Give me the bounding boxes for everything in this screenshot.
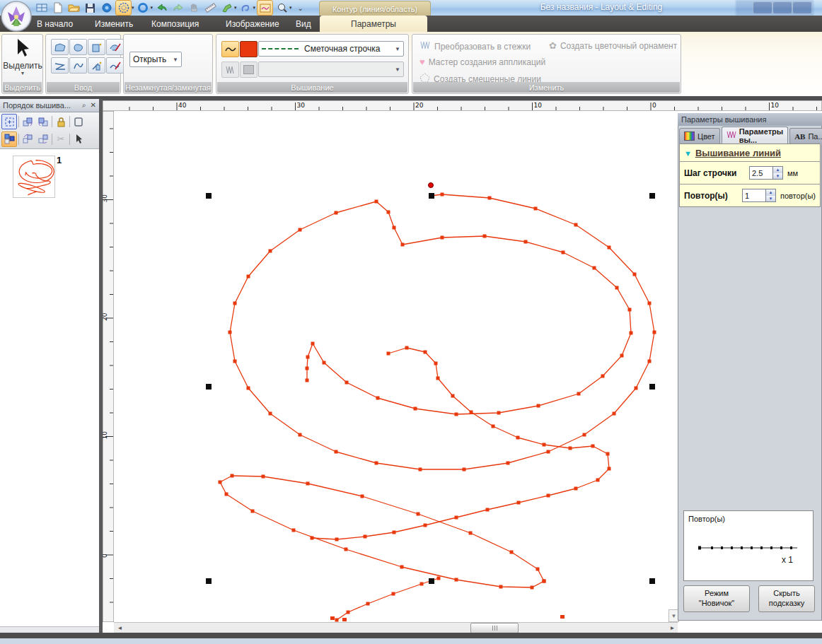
scroll-left-icon[interactable]: ◄	[115, 623, 125, 632]
window-close-button[interactable]	[792, 1, 812, 14]
convert-to-stitches-item[interactable]: Преобразовать в стежки	[419, 40, 531, 52]
closed-polygon-tool[interactable]	[51, 39, 69, 55]
tab-home[interactable]: В начало	[27, 16, 83, 32]
closed-curve-tool[interactable]	[69, 39, 87, 55]
tab-view[interactable]: Вид	[286, 16, 321, 32]
tab-composition[interactable]: Композиция	[141, 16, 209, 32]
redo-icon[interactable]	[170, 1, 185, 15]
repeats-input[interactable]: 1	[742, 189, 766, 202]
spin-up-icon[interactable]: ▲	[773, 167, 782, 173]
window-minimize-button[interactable]	[753, 1, 772, 14]
svg-text:30: 30	[103, 194, 108, 203]
group-objects-icon[interactable]	[21, 132, 35, 146]
horizontal-scrollbar[interactable]	[114, 622, 678, 633]
floral-pattern-item[interactable]: ✿ Создать цветочный орнамент	[549, 40, 677, 51]
order-thumbnail-1[interactable]	[13, 156, 55, 198]
sew-ring-icon[interactable]	[136, 1, 151, 15]
closed-freehand-tool[interactable]	[106, 39, 124, 55]
design-settings-icon[interactable]	[99, 1, 114, 15]
tab-parameters-active[interactable]: Параметры	[320, 16, 427, 32]
left-panel-footer	[0, 626, 99, 633]
spin-down-icon[interactable]: ▼	[773, 173, 782, 180]
scissors-icon[interactable]: ✂	[54, 132, 68, 146]
dropdown-arrow-icon[interactable]: ▾	[234, 5, 237, 11]
closed-shape-add-tool[interactable]	[88, 39, 105, 55]
image-panel-icon[interactable]	[257, 0, 273, 16]
line-color-swatch[interactable]	[240, 41, 257, 57]
open-closed-value: Открыть	[133, 54, 166, 64]
close-icon[interactable]: ✕	[91, 101, 96, 110]
chevron-down-icon: ▼	[395, 46, 400, 52]
svg-text:0: 0	[103, 554, 108, 558]
region-stitch-type-dropdown[interactable]: ▼	[258, 62, 404, 77]
dropdown-arrow-icon[interactable]: ▾	[289, 5, 292, 11]
spin-up-icon[interactable]: ▲	[766, 189, 775, 196]
layout-grid-icon[interactable]	[34, 1, 49, 15]
open-closed-dropdown[interactable]: Открыть ▼	[129, 52, 182, 67]
window-title: Без названия - Layout & Editing	[495, 2, 707, 12]
stitch-pattern-icon[interactable]	[115, 0, 132, 16]
new-document-icon[interactable]	[50, 1, 65, 15]
dropdown-arrow-icon: ▼	[21, 71, 25, 76]
order-up-icon[interactable]	[21, 115, 35, 129]
window-frame-bottom	[0, 633, 822, 638]
open-curve-tool[interactable]	[69, 57, 87, 74]
svg-text:10: 10	[103, 431, 108, 440]
color-order-icon[interactable]	[1, 131, 17, 147]
order-down-icon[interactable]	[36, 115, 50, 129]
toolbar-overflow-icon[interactable]: ⌄	[298, 4, 303, 12]
undo-icon[interactable]	[154, 1, 169, 15]
pipe-shape-icon[interactable]	[219, 1, 234, 15]
lock-icon[interactable]	[54, 115, 68, 129]
run-pitch-input[interactable]: 2.5	[749, 166, 773, 180]
hide-hint-button[interactable]: Скрыть подсказку	[758, 585, 815, 612]
region-sew-type-icon[interactable]	[221, 62, 239, 78]
chevron-down-icon: ▼	[173, 57, 178, 63]
group-label-modify: Изменить	[413, 82, 680, 93]
dropdown-arrow-icon[interactable]: ▾	[151, 5, 154, 11]
app-logo[interactable]	[1, 1, 32, 32]
applique-wizard-item[interactable]: ♥ Мастер создания аппликаций	[419, 57, 545, 67]
spin-down-icon[interactable]: ▼	[766, 196, 775, 202]
cursor-arrow-icon	[13, 37, 32, 61]
region-color-swatch[interactable]	[240, 62, 257, 78]
beginner-mode-button[interactable]: Режим "Новичок"	[683, 585, 750, 612]
tab-edit[interactable]: Изменить	[85, 16, 143, 32]
dropdown-arrow-icon[interactable]: ▾	[253, 5, 256, 11]
pan-hand-icon[interactable]	[187, 1, 202, 15]
tab-text-parameters[interactable]: AB Па...	[789, 128, 822, 144]
horizontal-scroll-thumb[interactable]	[470, 623, 519, 633]
document-tab[interactable]: Контур (линия/область)	[319, 1, 431, 16]
open-polyline-tool[interactable]	[51, 57, 69, 74]
repeat-count-note: х 1	[782, 555, 793, 565]
pin-icon[interactable]: ⌕	[82, 101, 86, 110]
open-folder-icon[interactable]	[66, 1, 81, 15]
ribbon-group-select: Выделить ▼ Выделить	[1, 34, 43, 94]
hoop-frame-icon[interactable]	[71, 115, 86, 129]
svg-text:20: 20	[103, 312, 108, 321]
save-icon[interactable]	[83, 1, 98, 15]
window-maximize-button[interactable]	[772, 1, 792, 14]
zoom-icon[interactable]	[274, 1, 289, 15]
line-sew-type-icon[interactable]	[221, 41, 239, 57]
open-line-add-tool[interactable]	[88, 57, 105, 74]
design-canvas[interactable]	[114, 111, 678, 622]
tab-image[interactable]: Изображение	[216, 16, 289, 32]
measure-ruler-icon[interactable]	[203, 1, 218, 15]
pointer-icon[interactable]	[71, 132, 86, 146]
scroll-right-icon[interactable]: ►	[668, 623, 677, 632]
select-frame-icon[interactable]	[1, 114, 17, 129]
dropdown-arrow-icon[interactable]: ▾	[132, 5, 134, 11]
open-freehand-tool[interactable]	[106, 57, 124, 74]
line-stitch-type-dropdown[interactable]: Сметочная строчка ▼	[258, 41, 404, 57]
select-button[interactable]: Выделить ▼	[6, 37, 39, 76]
curve-shape-icon[interactable]	[238, 1, 253, 15]
select-button-label: Выделить	[3, 61, 42, 71]
param-row-run-pitch: Шаг строчки 2.5 ▲▼ мм	[680, 161, 820, 184]
tab-color[interactable]: Цвет	[679, 128, 720, 144]
ungroup-objects-icon[interactable]	[36, 132, 50, 146]
stitch-zigzag-icon	[727, 131, 736, 140]
ab-text-icon: AB	[794, 132, 805, 141]
collapse-triangle-icon[interactable]: ▼	[684, 149, 692, 158]
tab-sewing-parameters[interactable]: Параметры вы...	[722, 127, 788, 144]
